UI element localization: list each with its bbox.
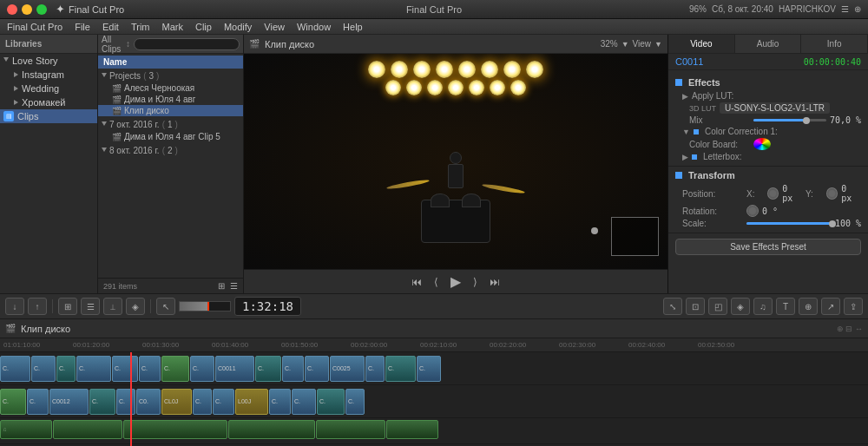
clip-block[interactable]: C. [305,356,329,382]
menu-modify[interactable]: Modify [224,22,252,32]
position-y[interactable]: 0 px [841,184,861,203]
clip-block[interactable]: C. [112,356,138,382]
sidebar-item-wedding[interactable]: Wedding [0,82,97,95]
clip-block[interactable]: C. [161,356,189,382]
clip-block[interactable]: C. [269,389,291,415]
rotation-value[interactable]: 0 ° [762,207,778,216]
clip-block[interactable]: C. [255,356,281,382]
step-forward-button[interactable]: ⟩ [470,274,481,290]
list-toggle[interactable]: ☰ [230,281,238,291]
tab-video[interactable]: Video [668,35,735,53]
clip-block[interactable]: C. [31,356,56,382]
menu-trim[interactable]: Trim [131,22,150,32]
clip-block[interactable]: C. [0,389,26,415]
oct7-group-header[interactable]: 7 окт. 2016 г. ( 1 ) [98,118,243,131]
menu-clip[interactable]: Clip [195,22,212,32]
clip-block[interactable]: C. [116,389,135,415]
audio-clip[interactable] [386,420,438,439]
clip-block[interactable]: C. [139,356,161,382]
clip-block[interactable]: C. [292,389,316,415]
filter-button[interactable]: ◈ [126,298,145,315]
clip-block[interactable]: C. [89,389,115,415]
view-toggle[interactable]: ⊞ [218,281,225,291]
minimize-button[interactable] [22,4,32,15]
tab-audio[interactable]: Audio [735,35,802,53]
color-board-button[interactable] [753,138,771,150]
menu-mark[interactable]: Mark [162,22,183,32]
projects-group-header[interactable]: Projects ( 3 ) [98,69,243,82]
clip-block[interactable]: C. [56,356,76,382]
clip-block[interactable]: C. [76,356,111,382]
clip-block[interactable]: C. [190,356,214,382]
clip-block[interactable]: C. [345,389,365,415]
sidebar-item-instagram[interactable]: Instagram [0,68,97,82]
share-tool[interactable]: ⇪ [844,298,863,315]
audio-clip[interactable] [316,420,385,439]
transform-header[interactable]: Transform [675,170,861,180]
menu-help[interactable]: Help [343,22,363,32]
maximize-button[interactable] [36,4,47,15]
audio-clip[interactable] [53,420,122,439]
traffic-lights[interactable] [7,4,47,15]
scale-slider[interactable] [746,222,832,225]
effects-header[interactable]: Effects [675,77,861,88]
distort-tool[interactable]: ◰ [708,298,727,315]
clip-block[interactable]: C. [0,356,30,382]
menu-edit[interactable]: Edit [102,22,119,32]
clip-block-c0012[interactable]: C0012 [49,389,89,415]
menu-window[interactable]: Window [297,22,331,32]
rotation-knob[interactable] [746,205,759,217]
generator-tool[interactable]: ⊕ [799,298,818,315]
view-mode-button[interactable]: ⊞ [58,298,77,315]
x-knob[interactable] [767,187,779,200]
sidebar-item-hromakey[interactable]: Хромакей [0,95,97,109]
list-mode-button[interactable]: ☰ [81,298,100,315]
mix-slider[interactable] [753,119,826,121]
audio-clip[interactable]: ♫ [0,420,52,439]
sort-button[interactable]: ⟂ [103,298,122,315]
play-button[interactable]: ▶ [447,272,464,292]
go-to-end-button[interactable]: ⏭ [486,274,503,290]
go-to-start-button[interactable]: ⏮ [408,274,425,290]
audio-clip[interactable] [228,420,315,439]
clip-item-alesya[interactable]: 🎬 Алеся Черноокая [98,82,243,94]
close-button[interactable] [7,4,17,15]
clip-block-looj[interactable]: L00J [235,389,268,415]
clip-item-dima[interactable]: 🎬 Дима и Юля 4 авг [98,94,243,105]
clip-block[interactable]: C. [193,389,212,415]
y-knob[interactable] [826,187,838,200]
clip-block[interactable]: C. [385,356,416,382]
select-tool[interactable]: ↖ [156,298,175,315]
crop-tool[interactable]: ⊡ [686,298,705,315]
audio-tool[interactable]: ♫ [753,298,773,315]
clip-block-c0025[interactable]: C0025 [330,356,365,382]
clip-block[interactable]: C0. [136,389,161,415]
sidebar-item-clips[interactable]: ▤ Clips [0,109,97,123]
clip-block-c0011[interactable]: C0011 [215,356,254,382]
stabilize-tool[interactable]: ◈ [731,298,750,315]
clip-block[interactable]: C. [27,389,49,415]
clip-block[interactable]: C. [365,356,385,382]
share-button[interactable]: ↑ [28,298,47,315]
clip-item-disco[interactable]: 🎬 Клип диско [98,105,243,116]
clip-item-clip5[interactable]: 🎬 Дима и Юля 4 авг Clip 5 [98,131,243,142]
clip-block[interactable]: C. [417,356,441,382]
step-back-button[interactable]: ⟨ [431,274,442,290]
clip-block[interactable]: C. [213,389,234,415]
transform-tool[interactable]: ⤡ [663,298,682,315]
text-tool[interactable]: T [776,298,795,315]
lut-name[interactable]: U-SONY-S-LOG2-V1-LTR [720,102,830,114]
clip-block-cloj[interactable]: CL0J [161,389,192,415]
audio-clip[interactable] [123,420,227,439]
position-x[interactable]: 0 px [782,184,802,203]
menu-file[interactable]: File [75,22,90,32]
oct8-group-header[interactable]: 8 окт. 2016 г. ( 2 ) [98,144,243,157]
import-media-tool[interactable]: ↗ [821,298,840,315]
search-input[interactable] [134,38,240,50]
save-effects-preset-button[interactable]: Save Effects Preset [675,239,861,255]
import-button[interactable]: ↓ [5,298,24,315]
menu-finalcutpro[interactable]: Final Cut Pro [7,22,62,32]
menu-view[interactable]: View [264,22,285,32]
sidebar-item-lovestory[interactable]: Love Story [0,54,97,68]
clip-block[interactable]: C. [282,356,304,382]
